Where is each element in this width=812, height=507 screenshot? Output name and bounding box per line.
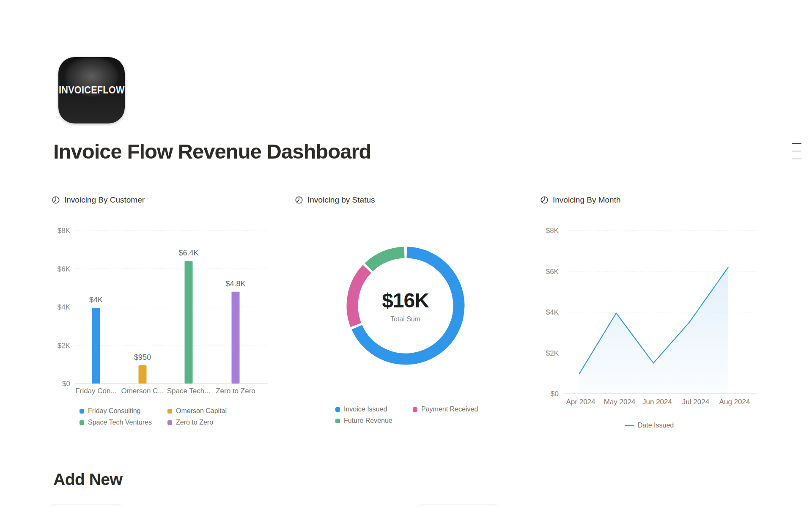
svg-text:$0: $0	[551, 390, 559, 398]
svg-text:$6K: $6K	[546, 268, 559, 276]
legend-item: Zero to Zero	[167, 419, 271, 426]
section-heading: Add New	[53, 470, 122, 489]
svg-text:$950: $950	[134, 353, 151, 362]
svg-text:$2K: $2K	[546, 349, 559, 357]
svg-text:$6K: $6K	[58, 265, 71, 273]
svg-text:Omerson C...: Omerson C...	[121, 387, 164, 395]
legend-swatch	[167, 420, 172, 425]
chart-header: Invoicing by Status	[295, 195, 516, 210]
chart-title: Invoicing By Month	[553, 195, 621, 205]
toc-line-icon	[792, 143, 801, 144]
legend-label: Omerson Capital	[176, 407, 227, 415]
legend-swatch	[80, 420, 84, 425]
legend-label: Future Revenue	[344, 417, 392, 425]
pie-chart-icon	[295, 196, 303, 204]
legend-item: Date Issued	[625, 422, 674, 429]
legend-swatch	[167, 409, 172, 414]
legend-swatch	[335, 419, 340, 423]
legend-swatch	[413, 407, 417, 412]
svg-text:Friday Con...: Friday Con...	[75, 387, 116, 395]
add-new-card[interactable]	[50, 504, 122, 507]
chart-card-invoicing-by-status: Invoicing by Status $16K Total Sum Invoi…	[295, 195, 516, 429]
legend-line-swatch	[625, 425, 634, 426]
page-title: Invoice Flow Revenue Dashboard	[53, 140, 371, 163]
app-logo: INVOICEFLOW	[58, 57, 125, 123]
legend-item: Friday Consulting	[80, 407, 167, 415]
svg-text:Zero to Zero: Zero to Zero	[216, 387, 255, 395]
chart-header: Invoicing By Customer	[52, 195, 271, 210]
chart-card-invoicing-by-month: Invoicing By Month $0$2K$4K$6K$8KApr 202…	[540, 195, 758, 429]
svg-text:$4K: $4K	[89, 296, 103, 304]
legend-swatch	[335, 407, 340, 412]
svg-text:Jul 2024: Jul 2024	[682, 398, 709, 406]
line-chart-legend: Date Issued	[540, 422, 758, 429]
pie-chart-icon	[540, 196, 549, 204]
svg-text:Jun 2024: Jun 2024	[642, 398, 672, 406]
toc-line-icon	[792, 151, 801, 152]
legend-label: Space Tech Ventures	[88, 419, 152, 426]
svg-text:Aug 2024: Aug 2024	[719, 398, 750, 406]
donut-svg	[342, 242, 469, 369]
chart-header: Invoicing By Month	[540, 195, 758, 210]
legend-label: Date Issued	[638, 422, 674, 429]
svg-text:Space Tech...: Space Tech...	[167, 387, 211, 395]
add-new-card[interactable]	[419, 504, 499, 507]
bar-chart-legend: Friday Consulting Omerson Capital Space …	[80, 407, 271, 426]
legend-label: Friday Consulting	[88, 407, 141, 415]
svg-text:$6.4K: $6.4K	[178, 249, 198, 257]
toc-line-icon	[792, 158, 801, 159]
legend-item: Space Tech Ventures	[80, 419, 167, 426]
donut-chart[interactable]: $16K Total Sum	[342, 242, 469, 369]
section-divider	[52, 448, 760, 448]
legend-label: Payment Received	[421, 406, 478, 413]
charts-row: Invoicing By Customer $0$2K$4K$6K$8K$4KF…	[52, 195, 760, 429]
svg-text:May 2024: May 2024	[604, 398, 636, 406]
legend-label: Invoice Issued	[344, 406, 387, 413]
pie-chart-icon	[52, 196, 60, 204]
legend-item: Omerson Capital	[167, 407, 271, 415]
legend-item: Future Revenue	[335, 417, 413, 425]
chart-card-invoicing-by-customer: Invoicing By Customer $0$2K$4K$6K$8K$4KF…	[52, 195, 271, 429]
app-logo-text: INVOICEFLOW	[59, 84, 125, 96]
svg-text:$4.8K: $4.8K	[225, 280, 245, 288]
svg-text:Apr 2024: Apr 2024	[566, 398, 595, 406]
legend-label: Zero to Zero	[176, 419, 213, 426]
legend-item: Payment Received	[413, 406, 516, 413]
chart-title: Invoicing By Customer	[64, 195, 145, 205]
svg-text:$0: $0	[62, 380, 70, 388]
bar-chart[interactable]: $0$2K$4K$6K$8K$4KFriday Con...$950Omerso…	[52, 224, 271, 402]
table-of-contents-toggle[interactable]	[792, 143, 801, 162]
legend-item: Invoice Issued	[335, 406, 413, 413]
legend-swatch	[80, 409, 84, 414]
donut-chart-legend: Invoice Issued Payment Received Future R…	[335, 406, 516, 425]
svg-text:$2K: $2K	[58, 342, 71, 350]
line-chart[interactable]: $0$2K$4K$6K$8KApr 2024May 2024Jun 2024Ju…	[540, 224, 758, 417]
svg-text:$4K: $4K	[546, 308, 559, 316]
svg-text:$4K: $4K	[58, 303, 71, 311]
chart-title: Invoicing by Status	[307, 195, 375, 205]
svg-text:$8K: $8K	[58, 227, 71, 235]
svg-text:$8K: $8K	[546, 227, 559, 235]
